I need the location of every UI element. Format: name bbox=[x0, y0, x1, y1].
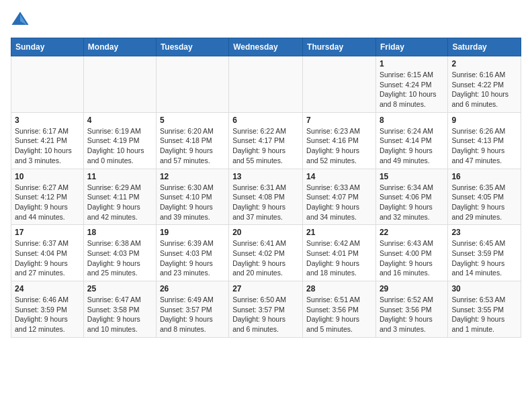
weekday-header-sunday: Sunday bbox=[11, 38, 84, 56]
calendar-cell: 7Sunrise: 6:23 AM Sunset: 4:16 PM Daylig… bbox=[303, 112, 376, 169]
calendar-cell: 26Sunrise: 6:49 AM Sunset: 3:57 PM Dayli… bbox=[156, 281, 228, 338]
calendar-cell: 23Sunrise: 6:45 AM Sunset: 3:59 PM Dayli… bbox=[448, 225, 521, 281]
day-info: Sunrise: 6:45 AM Sunset: 3:59 PM Dayligh… bbox=[451, 238, 517, 278]
day-number: 5 bbox=[160, 116, 225, 125]
calendar-cell: 17Sunrise: 6:37 AM Sunset: 4:04 PM Dayli… bbox=[11, 225, 84, 281]
day-number: 9 bbox=[451, 116, 517, 125]
calendar-cell: 8Sunrise: 6:24 AM Sunset: 4:14 PM Daylig… bbox=[375, 112, 447, 169]
day-info: Sunrise: 6:43 AM Sunset: 4:00 PM Dayligh… bbox=[380, 238, 444, 278]
weekday-header-tuesday: Tuesday bbox=[156, 38, 228, 56]
day-info: Sunrise: 6:26 AM Sunset: 4:13 PM Dayligh… bbox=[451, 126, 517, 166]
day-number: 25 bbox=[87, 284, 152, 293]
day-number: 14 bbox=[306, 172, 372, 181]
day-number: 16 bbox=[451, 172, 517, 181]
day-info: Sunrise: 6:24 AM Sunset: 4:14 PM Dayligh… bbox=[380, 126, 444, 166]
day-info: Sunrise: 6:53 AM Sunset: 3:55 PM Dayligh… bbox=[451, 295, 517, 334]
day-number: 22 bbox=[380, 228, 444, 237]
calendar-cell: 18Sunrise: 6:38 AM Sunset: 4:03 PM Dayli… bbox=[83, 225, 156, 281]
day-number: 7 bbox=[306, 116, 372, 125]
calendar-cell: 12Sunrise: 6:30 AM Sunset: 4:10 PM Dayli… bbox=[156, 169, 228, 225]
day-info: Sunrise: 6:50 AM Sunset: 3:57 PM Dayligh… bbox=[232, 295, 299, 334]
day-number: 12 bbox=[160, 172, 225, 181]
weekday-header-saturday: Saturday bbox=[448, 38, 521, 56]
calendar-cell: 24Sunrise: 6:46 AM Sunset: 3:59 PM Dayli… bbox=[11, 281, 84, 338]
day-info: Sunrise: 6:38 AM Sunset: 4:03 PM Dayligh… bbox=[87, 238, 152, 278]
calendar-cell: 9Sunrise: 6:26 AM Sunset: 4:13 PM Daylig… bbox=[448, 112, 521, 169]
weekday-header-wednesday: Wednesday bbox=[229, 38, 303, 56]
calendar-cell: 6Sunrise: 6:22 AM Sunset: 4:17 PM Daylig… bbox=[229, 112, 303, 169]
day-info: Sunrise: 6:41 AM Sunset: 4:02 PM Dayligh… bbox=[232, 238, 299, 278]
day-number: 2 bbox=[451, 59, 517, 68]
day-number: 8 bbox=[380, 116, 444, 125]
day-info: Sunrise: 6:37 AM Sunset: 4:04 PM Dayligh… bbox=[15, 238, 80, 278]
day-number: 3 bbox=[15, 116, 80, 125]
weekday-header-friday: Friday bbox=[375, 38, 447, 56]
week-row-3: 10Sunrise: 6:27 AM Sunset: 4:12 PM Dayli… bbox=[11, 169, 521, 225]
day-info: Sunrise: 6:46 AM Sunset: 3:59 PM Dayligh… bbox=[15, 295, 80, 334]
day-number: 10 bbox=[15, 172, 80, 181]
weekday-header-thursday: Thursday bbox=[303, 38, 376, 56]
calendar-cell: 28Sunrise: 6:51 AM Sunset: 3:56 PM Dayli… bbox=[303, 281, 376, 338]
day-info: Sunrise: 6:19 AM Sunset: 4:19 PM Dayligh… bbox=[87, 126, 152, 166]
day-info: Sunrise: 6:29 AM Sunset: 4:11 PM Dayligh… bbox=[87, 183, 152, 222]
calendar-cell: 1Sunrise: 6:15 AM Sunset: 4:24 PM Daylig… bbox=[375, 56, 447, 113]
calendar-cell: 3Sunrise: 6:17 AM Sunset: 4:21 PM Daylig… bbox=[11, 112, 84, 169]
day-info: Sunrise: 6:15 AM Sunset: 4:24 PM Dayligh… bbox=[380, 70, 444, 109]
day-info: Sunrise: 6:30 AM Sunset: 4:10 PM Dayligh… bbox=[160, 183, 225, 222]
calendar-cell bbox=[11, 56, 84, 113]
week-row-5: 24Sunrise: 6:46 AM Sunset: 3:59 PM Dayli… bbox=[11, 281, 521, 338]
day-info: Sunrise: 6:35 AM Sunset: 4:05 PM Dayligh… bbox=[451, 183, 517, 222]
calendar-cell: 20Sunrise: 6:41 AM Sunset: 4:02 PM Dayli… bbox=[229, 225, 303, 281]
logo bbox=[11, 11, 32, 30]
calendar-cell: 14Sunrise: 6:33 AM Sunset: 4:07 PM Dayli… bbox=[303, 169, 376, 225]
day-number: 18 bbox=[87, 228, 152, 237]
day-info: Sunrise: 6:27 AM Sunset: 4:12 PM Dayligh… bbox=[15, 183, 80, 222]
day-number: 20 bbox=[232, 228, 299, 237]
day-number: 30 bbox=[451, 284, 517, 293]
calendar-cell: 10Sunrise: 6:27 AM Sunset: 4:12 PM Dayli… bbox=[11, 169, 84, 225]
day-number: 13 bbox=[232, 172, 299, 181]
day-info: Sunrise: 6:34 AM Sunset: 4:06 PM Dayligh… bbox=[380, 183, 444, 222]
day-info: Sunrise: 6:23 AM Sunset: 4:16 PM Dayligh… bbox=[306, 126, 372, 166]
day-number: 17 bbox=[15, 228, 80, 237]
day-info: Sunrise: 6:17 AM Sunset: 4:21 PM Dayligh… bbox=[15, 126, 80, 166]
week-row-2: 3Sunrise: 6:17 AM Sunset: 4:21 PM Daylig… bbox=[11, 112, 521, 169]
day-number: 15 bbox=[380, 172, 444, 181]
calendar-cell bbox=[156, 56, 228, 113]
calendar-cell: 29Sunrise: 6:52 AM Sunset: 3:56 PM Dayli… bbox=[375, 281, 447, 338]
calendar: SundayMondayTuesdayWednesdayThursdayFrid… bbox=[11, 38, 521, 338]
calendar-cell bbox=[229, 56, 303, 113]
day-info: Sunrise: 6:20 AM Sunset: 4:18 PM Dayligh… bbox=[160, 126, 225, 166]
page-header bbox=[11, 11, 521, 30]
day-number: 29 bbox=[380, 284, 444, 293]
calendar-cell bbox=[303, 56, 376, 113]
day-info: Sunrise: 6:16 AM Sunset: 4:22 PM Dayligh… bbox=[451, 70, 517, 109]
day-info: Sunrise: 6:42 AM Sunset: 4:01 PM Dayligh… bbox=[306, 238, 372, 278]
day-number: 21 bbox=[306, 228, 372, 237]
calendar-cell: 16Sunrise: 6:35 AM Sunset: 4:05 PM Dayli… bbox=[448, 169, 521, 225]
week-row-4: 17Sunrise: 6:37 AM Sunset: 4:04 PM Dayli… bbox=[11, 225, 521, 281]
weekday-header-row: SundayMondayTuesdayWednesdayThursdayFrid… bbox=[11, 38, 521, 56]
calendar-cell: 15Sunrise: 6:34 AM Sunset: 4:06 PM Dayli… bbox=[375, 169, 447, 225]
weekday-header-monday: Monday bbox=[83, 38, 156, 56]
day-info: Sunrise: 6:22 AM Sunset: 4:17 PM Dayligh… bbox=[232, 126, 299, 166]
calendar-cell: 13Sunrise: 6:31 AM Sunset: 4:08 PM Dayli… bbox=[229, 169, 303, 225]
day-number: 26 bbox=[160, 284, 225, 293]
day-info: Sunrise: 6:47 AM Sunset: 3:58 PM Dayligh… bbox=[87, 295, 152, 334]
calendar-cell: 19Sunrise: 6:39 AM Sunset: 4:03 PM Dayli… bbox=[156, 225, 228, 281]
day-info: Sunrise: 6:49 AM Sunset: 3:57 PM Dayligh… bbox=[160, 295, 225, 334]
day-info: Sunrise: 6:33 AM Sunset: 4:07 PM Dayligh… bbox=[306, 183, 372, 222]
day-info: Sunrise: 6:39 AM Sunset: 4:03 PM Dayligh… bbox=[160, 238, 225, 278]
day-number: 24 bbox=[15, 284, 80, 293]
logo-icon bbox=[11, 11, 30, 30]
day-number: 6 bbox=[232, 116, 299, 125]
day-number: 1 bbox=[380, 59, 444, 68]
calendar-cell: 21Sunrise: 6:42 AM Sunset: 4:01 PM Dayli… bbox=[303, 225, 376, 281]
day-info: Sunrise: 6:52 AM Sunset: 3:56 PM Dayligh… bbox=[380, 295, 444, 334]
calendar-cell: 4Sunrise: 6:19 AM Sunset: 4:19 PM Daylig… bbox=[83, 112, 156, 169]
day-number: 11 bbox=[87, 172, 152, 181]
day-number: 28 bbox=[306, 284, 372, 293]
calendar-cell bbox=[83, 56, 156, 113]
calendar-cell: 2Sunrise: 6:16 AM Sunset: 4:22 PM Daylig… bbox=[448, 56, 521, 113]
calendar-cell: 30Sunrise: 6:53 AM Sunset: 3:55 PM Dayli… bbox=[448, 281, 521, 338]
